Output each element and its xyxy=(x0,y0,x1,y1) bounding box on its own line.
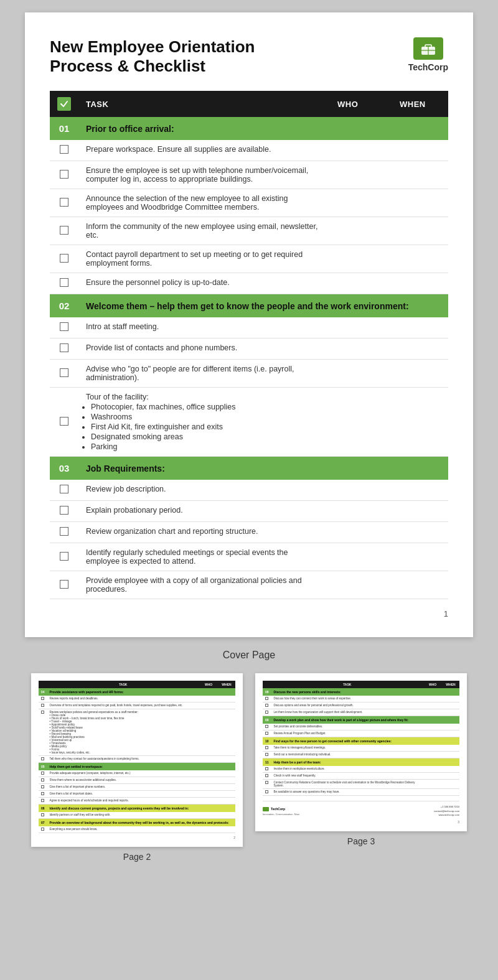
table-row: Advise who "go to" people are for differ… xyxy=(50,360,448,388)
checkbox[interactable] xyxy=(60,552,68,561)
logo-name: TechCorp xyxy=(408,62,448,72)
logo-box: TechCorp xyxy=(408,37,448,72)
logo-icon xyxy=(413,37,443,60)
table-row: Ensure the employee is set up with telep… xyxy=(50,161,448,189)
page3-container: TASK WHO WHEN 08Discuss the new persons … xyxy=(255,673,467,846)
main-page: New Employee Orientation Process & Check… xyxy=(25,12,473,637)
thumbnails-row: TASK WHO WHEN 04Provide assistance with … xyxy=(31,673,467,862)
page2-label: Page 2 xyxy=(123,852,151,862)
thumb-table-3: TASK WHO WHEN 08Discuss the new persons … xyxy=(263,681,459,796)
thumb-table-2: TASK WHO WHEN 04Provide assistance with … xyxy=(39,681,235,833)
table-row: Contact payroll department to set up mee… xyxy=(50,245,448,273)
check-icon xyxy=(57,97,71,111)
tour-bullet-list: Photocopier, fax machines, office suppli… xyxy=(86,403,322,451)
cover-label: Cover Page xyxy=(223,650,276,661)
checklist-table: TASK WHO WHEN 01 Prior to office arrival… xyxy=(50,91,448,599)
page3-thumbnail: TASK WHO WHEN 08Discuss the new persons … xyxy=(255,673,467,831)
col-who: WHO xyxy=(330,91,392,117)
table-row: Prepare workspace. Ensure all supplies a… xyxy=(50,140,448,161)
checkbox[interactable] xyxy=(60,254,68,263)
checkbox[interactable] xyxy=(60,506,68,515)
section-id-03: 03 xyxy=(50,457,78,480)
section-title-01: Prior to office arrival: xyxy=(78,117,448,140)
checkbox[interactable] xyxy=(60,580,68,589)
col-check xyxy=(50,91,78,117)
table-row: Inform the community of the new employee… xyxy=(50,217,448,245)
thumb-tagline: Innovation. Communication. Now. xyxy=(263,813,300,816)
table-row: Review organization chart and reporting … xyxy=(50,522,448,543)
section-row-02: 02 Welcome them – help them get to know … xyxy=(50,294,448,318)
thumb-footer: TechCorp Innovation. Communication. Now.… xyxy=(263,801,459,817)
thumb-contact: +1 566 890 7210 contact@techcorp.com www… xyxy=(434,805,459,817)
table-row: Provide employee with a copy of all orga… xyxy=(50,571,448,599)
table-row: Intro at staff meeting. xyxy=(50,317,448,338)
thumb-page-num-3: 3 xyxy=(263,820,459,824)
section-id-01: 01 xyxy=(50,117,78,140)
thumb-footer-logo: TechCorp Innovation. Communication. Now. xyxy=(263,807,300,816)
table-row: Identify regularly scheduled meetings or… xyxy=(50,543,448,571)
checkbox[interactable] xyxy=(60,485,68,493)
thumb-brand: TechCorp xyxy=(271,807,285,811)
checkbox[interactable] xyxy=(60,145,68,154)
col-when: WHEN xyxy=(392,91,448,117)
checkbox[interactable] xyxy=(60,278,68,287)
section-row-01: 01 Prior to office arrival: xyxy=(50,117,448,140)
table-row: Ensure the personnel policy is up-to-dat… xyxy=(50,273,448,294)
table-row: Provide list of contacts and phone numbe… xyxy=(50,338,448,360)
section-row-03: 03 Job Requirements: xyxy=(50,457,448,480)
checkbox[interactable] xyxy=(60,417,68,426)
thumb-logo-icon xyxy=(263,807,269,811)
page2-container: TASK WHO WHEN 04Provide assistance with … xyxy=(31,673,243,862)
checkbox[interactable] xyxy=(60,322,68,331)
thumb-page-num-2: 2 xyxy=(39,836,235,839)
section-title-02: Welcome them – help them get to know the… xyxy=(78,294,448,318)
checkbox[interactable] xyxy=(60,226,68,235)
section-title-03: Job Requirements: xyxy=(78,457,448,480)
checkbox[interactable] xyxy=(60,343,68,352)
col-task: TASK xyxy=(78,91,330,117)
table-row: Announce the selection of the new employ… xyxy=(50,189,448,217)
checkbox[interactable] xyxy=(60,170,68,179)
page3-label: Page 3 xyxy=(347,836,375,846)
table-row: Explain probationary period. xyxy=(50,501,448,522)
checkbox[interactable] xyxy=(60,368,68,377)
page-number: 1 xyxy=(50,609,448,618)
page-header: New Employee Orientation Process & Check… xyxy=(50,37,448,76)
section-id-02: 02 xyxy=(50,294,78,318)
page-title: New Employee Orientation Process & Check… xyxy=(50,37,255,76)
checkbox[interactable] xyxy=(60,527,68,536)
table-row: Review job description. xyxy=(50,480,448,501)
table-row: Tour of the facility: Photocopier, fax m… xyxy=(50,388,448,457)
page2-thumbnail: TASK WHO WHEN 04Provide assistance with … xyxy=(31,673,243,847)
checkbox[interactable] xyxy=(60,198,68,207)
